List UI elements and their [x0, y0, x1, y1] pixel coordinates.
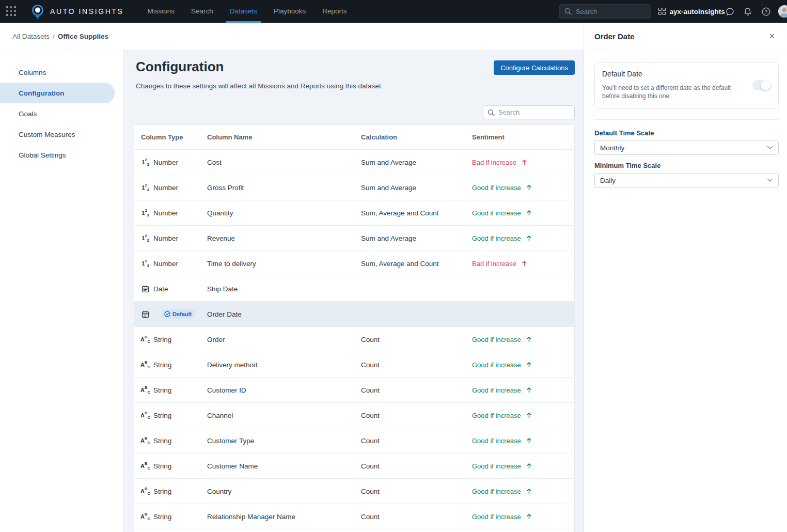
breadcrumb-all-datasets[interactable]: All Datasets	[12, 33, 50, 40]
default-badge-label: Default	[172, 311, 192, 317]
calculation-cell: Count	[361, 488, 472, 495]
sentiment-value[interactable]: Good if increase	[472, 234, 532, 242]
sentiment-value[interactable]: Good if increase	[472, 412, 532, 419]
column-name-cell: Order	[207, 336, 361, 343]
sentiment-value[interactable]: Good if increase	[472, 437, 532, 445]
number-type-icon: 123	[141, 208, 150, 217]
default-date-label: Default Date	[602, 70, 747, 78]
nav-item-missions[interactable]: Missions	[139, 0, 183, 23]
user-avatar[interactable]	[778, 5, 787, 18]
header-column-type: Column Type	[141, 133, 207, 141]
table-body: 123NumberCostSum and AverageBad if incre…	[134, 149, 574, 529]
sentiment-value[interactable]: Good if increase	[472, 462, 532, 470]
string-type-icon: ABC	[141, 360, 150, 369]
sentiment-value[interactable]: Good if increase	[472, 488, 532, 495]
calculation-cell: Count	[361, 513, 472, 521]
sidebar-item-custom-measures[interactable]: Custom Measures	[0, 124, 115, 145]
calculation-cell: Count	[361, 336, 472, 343]
up-arrow-icon	[526, 234, 532, 242]
workspace-switcher[interactable]: ayx-autoinsights	[658, 0, 725, 23]
up-arrow-icon	[526, 488, 532, 495]
table-row[interactable]: ABCStringOrderCountGood if increase	[134, 326, 574, 352]
table-row[interactable]: ABCStringChannelCountGood if increase	[134, 402, 574, 428]
table-row[interactable]: ABCStringCustomer TypeCountGood if incre…	[134, 428, 574, 453]
table-row[interactable]: DefaultOrder Date	[134, 301, 574, 326]
string-type-icon: ABC	[141, 436, 150, 445]
nav-item-playbooks[interactable]: Playbooks	[265, 0, 314, 23]
table-row[interactable]: ABCStringDelivery methodCountGood if inc…	[134, 352, 574, 377]
table-row[interactable]: ABCStringCountryCountGood if increase	[134, 478, 574, 504]
up-arrow-icon	[526, 386, 532, 394]
nav-item-search[interactable]: Search	[183, 0, 222, 23]
help-icon[interactable]: ?	[760, 6, 772, 17]
default-date-toggle[interactable]	[752, 80, 771, 90]
sentiment-value[interactable]: Bad if increase	[472, 159, 528, 166]
close-icon[interactable]: ✕	[766, 30, 778, 42]
column-name-cell: Time to delivery	[207, 260, 361, 268]
string-type-icon: ABC	[141, 487, 150, 496]
table-search[interactable]	[483, 105, 575, 119]
auto-insights-logo-icon[interactable]	[31, 4, 44, 19]
workspace-grid-icon	[658, 8, 666, 15]
table-row[interactable]: 123NumberTime to deliverySum, Average an…	[134, 251, 574, 276]
date-type-icon	[141, 310, 150, 318]
table-row[interactable]: ABCStringRelationship Manager NameCountG…	[134, 504, 574, 529]
table-row[interactable]: 123NumberGross ProfitSum and AverageGood…	[134, 175, 574, 200]
app-launcher-icon[interactable]	[6, 6, 17, 17]
primary-nav: MissionsSearchDatasetsPlaybooksReports	[139, 0, 355, 23]
up-arrow-icon	[526, 361, 532, 368]
sentiment-value[interactable]: Good if increase	[472, 209, 532, 217]
number-type-icon: 123	[141, 158, 150, 167]
column-type-label: Number	[153, 260, 178, 268]
sidebar-item-global-settings[interactable]: Global Settings	[0, 145, 115, 165]
table-row[interactable]: DateShip Date	[134, 276, 574, 301]
global-search[interactable]	[559, 4, 651, 19]
sentiment-value[interactable]: Good if increase	[472, 336, 532, 343]
notifications-bell-icon[interactable]	[742, 6, 753, 17]
main-content: Configuration Configure Calculations Cha…	[124, 50, 584, 532]
table-row[interactable]: 123NumberQuantitySum, Average and CountG…	[134, 200, 574, 225]
minimum-time-scale-select[interactable]: Daily	[594, 173, 779, 187]
column-name-cell: Order Date	[207, 310, 361, 318]
column-name-cell: Cost	[207, 159, 361, 166]
configure-calculations-button[interactable]: Configure Calculations	[494, 60, 575, 75]
default-time-scale-value: Monthly	[600, 144, 624, 152]
number-type-icon: 123	[141, 183, 150, 192]
sentiment-value[interactable]: Good if increase	[472, 184, 532, 192]
sentiment-value[interactable]: Good if increase	[472, 513, 532, 521]
sentiment-value[interactable]: Good if increase	[472, 386, 532, 394]
column-name-cell: Delivery method	[207, 361, 361, 369]
table-row-partial	[134, 529, 574, 532]
header-sentiment: Sentiment	[472, 133, 574, 141]
table-row[interactable]: ABCStringCustomer IDCountGood if increas…	[134, 377, 574, 402]
calculation-cell: Count	[361, 361, 472, 369]
table-row[interactable]: ABCStringCustomer NameCountGood if incre…	[134, 453, 574, 478]
sentiment-value[interactable]: Good if increase	[472, 361, 532, 369]
column-name-cell: Quantity	[207, 209, 361, 217]
default-date-description: You'll need to set a different date as t…	[602, 84, 731, 100]
column-name-cell: Customer Name	[207, 462, 361, 470]
global-search-input[interactable]	[576, 8, 643, 15]
sidebar-item-goals[interactable]: Goals	[0, 103, 115, 124]
sentiment-value[interactable]: Bad if increase	[472, 260, 528, 268]
table-row[interactable]: 123NumberRevenueSum and AverageGood if i…	[134, 225, 574, 251]
column-type-label: String	[153, 336, 171, 343]
panel-title: Order Date	[594, 32, 635, 41]
app-window: AUTO INSIGHTS MissionsSearchDatasetsPlay…	[0, 0, 787, 532]
sidebar-item-configuration[interactable]: Configuration	[0, 83, 115, 103]
default-date-card: Default Date You'll need to set a differ…	[594, 62, 779, 109]
column-name-cell: Relationship Manager Name	[207, 513, 361, 521]
column-type-label: String	[153, 488, 171, 495]
table-search-input[interactable]	[498, 108, 565, 116]
calculation-cell: Sum and Average	[361, 234, 472, 242]
panel-divider	[594, 119, 779, 120]
chat-icon[interactable]	[724, 6, 735, 17]
nav-item-reports[interactable]: Reports	[314, 0, 355, 23]
page-subtitle: Changes to these settings will affect al…	[136, 82, 575, 90]
up-arrow-icon	[521, 159, 528, 166]
sidebar-item-columns[interactable]: Columns	[0, 62, 115, 83]
svg-text:?: ?	[764, 9, 767, 14]
default-time-scale-select[interactable]: Monthly	[594, 140, 779, 155]
table-row[interactable]: 123NumberCostSum and AverageBad if incre…	[134, 149, 574, 175]
nav-item-datasets[interactable]: Datasets	[222, 0, 265, 23]
